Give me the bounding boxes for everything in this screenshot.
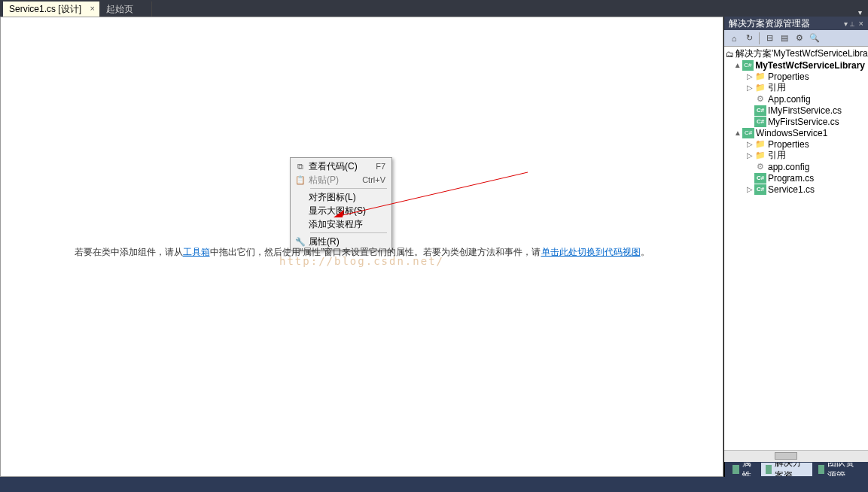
tree-label: 引用 bbox=[768, 81, 786, 94]
collapse-icon[interactable]: ⊟ bbox=[763, 32, 776, 45]
tree-row[interactable]: ▷📁Properties bbox=[724, 138, 868, 150]
cs-icon: C# bbox=[754, 117, 766, 127]
tab-label: 起始页 bbox=[106, 3, 133, 16]
panel-title-bar[interactable]: 解决方案资源管理器 ▾ ⟂ × bbox=[724, 17, 868, 30]
expander-icon[interactable]: ▷ bbox=[745, 140, 754, 148]
expander-icon[interactable]: ▷ bbox=[745, 185, 754, 193]
menu-label: 查看代码(C) bbox=[309, 160, 358, 173]
menu-view-code[interactable]: ⧉ 查看代码(C) F7 bbox=[292, 159, 390, 173]
folder-icon: 📁 bbox=[754, 83, 766, 93]
panel-tab-properties[interactable]: 属性 bbox=[728, 463, 760, 476]
tree-row[interactable]: ▲C#MyTestWcfServiceLibrary bbox=[724, 59, 868, 71]
properties-icon[interactable]: ⚙ bbox=[793, 32, 806, 45]
cs-icon: C# bbox=[754, 105, 766, 116]
solution-icon bbox=[766, 465, 772, 474]
menu-label: 添加安装程序 bbox=[309, 218, 363, 231]
watermark-text: http://blog.csdn.net/ bbox=[1, 255, 723, 267]
menu-paste: 📋 粘贴(P) Ctrl+V bbox=[292, 173, 390, 187]
tabs-overflow-button[interactable]: ▾ bbox=[852, 8, 868, 17]
config-icon: ⚙ bbox=[754, 162, 766, 172]
toolbar-separator bbox=[759, 32, 760, 44]
home-icon[interactable]: ⌂ bbox=[727, 32, 741, 45]
properties-icon: 🔧 bbox=[295, 236, 306, 247]
solution-tree[interactable]: 🗂 解决方案'MyTestWcfServiceLibrary' (2 个项 ▲C… bbox=[724, 47, 868, 450]
refresh-icon[interactable]: ↻ bbox=[742, 32, 756, 45]
expander-icon[interactable]: ▷ bbox=[745, 84, 754, 92]
cs-icon: C# bbox=[754, 184, 766, 195]
designer-surface[interactable]: ⧉ 查看代码(C) F7 📋 粘贴(P) Ctrl+V 对齐图标(L) 显示大图… bbox=[0, 17, 723, 477]
show-all-icon[interactable]: ▤ bbox=[778, 32, 791, 45]
properties-icon bbox=[732, 465, 739, 474]
tree-row[interactable]: ▷C#Service1.cs bbox=[724, 184, 868, 195]
scrollbar-thumb[interactable] bbox=[775, 452, 797, 460]
menu-align-icons[interactable]: 对齐图标(L) bbox=[292, 190, 390, 204]
cs-icon: C# bbox=[754, 173, 766, 184]
tab-start-page[interactable]: 起始页 bbox=[100, 2, 152, 17]
tree-label: WindowsService1 bbox=[756, 128, 827, 138]
expander-icon[interactable]: ▲ bbox=[733, 129, 742, 137]
tree-label: MyFirstService.cs bbox=[768, 117, 839, 127]
tab-label: Service1.cs [设计] bbox=[9, 3, 81, 16]
config-icon: ⚙ bbox=[754, 94, 766, 105]
paste-icon: 📋 bbox=[295, 175, 306, 185]
tree-row[interactable]: ⚙app.config bbox=[724, 161, 868, 172]
panel-tabs: 属性 解决方案资... 团队资源管... bbox=[724, 462, 868, 477]
context-menu: ⧉ 查看代码(C) F7 📋 粘贴(P) Ctrl+V 对齐图标(L) 显示大图… bbox=[290, 157, 392, 251]
tree-label: App.config bbox=[768, 94, 811, 105]
close-icon[interactable]: × bbox=[859, 19, 863, 28]
tree-row[interactable]: ▷📁引用 bbox=[724, 150, 868, 161]
tree-row[interactable]: C#MyFirstService.cs bbox=[724, 116, 868, 127]
tree-label: Program.cs bbox=[768, 173, 814, 184]
tree-row[interactable]: C#IMyFirstService.cs bbox=[724, 105, 868, 116]
expander-icon[interactable]: ▷ bbox=[745, 72, 754, 80]
tree-label: Properties bbox=[768, 71, 809, 82]
tree-row[interactable]: C#Program.cs bbox=[724, 172, 868, 184]
proj-cs-icon: C# bbox=[742, 60, 754, 71]
tree-row[interactable]: ▲C#WindowsService1 bbox=[724, 127, 868, 138]
menu-add-installer[interactable]: 添加安装程序 bbox=[292, 217, 390, 231]
tree-label: Service1.cs bbox=[768, 184, 815, 195]
solution-icon: 🗂 bbox=[726, 49, 734, 59]
panel-tab-solution-explorer[interactable]: 解决方案资... bbox=[761, 463, 812, 476]
tree-label: app.config bbox=[768, 162, 809, 172]
tree-label: 引用 bbox=[768, 149, 786, 162]
menu-separator bbox=[310, 188, 387, 189]
tab-service1-design[interactable]: Service1.cs [设计] × bbox=[3, 2, 100, 17]
bottom-bar bbox=[0, 477, 868, 492]
proj-cs-icon: C# bbox=[742, 128, 754, 138]
menu-shortcut: Ctrl+V bbox=[362, 175, 385, 184]
menu-label: 粘贴(P) bbox=[309, 174, 339, 187]
expander-icon[interactable]: ▲ bbox=[733, 61, 742, 69]
menu-big-icons[interactable]: 显示大图标(S) bbox=[292, 204, 390, 217]
tree-solution-root[interactable]: 🗂 解决方案'MyTestWcfServiceLibrary' (2 个项 bbox=[724, 48, 868, 59]
panel-title: 解决方案资源管理器 bbox=[729, 17, 810, 30]
tree-label: MyTestWcfServiceLibrary bbox=[755, 60, 865, 71]
view-icon[interactable]: 🔍 bbox=[808, 32, 821, 45]
folder-icon: 📁 bbox=[754, 139, 766, 150]
tree-label: 解决方案'MyTestWcfServiceLibrary' (2 个项 bbox=[736, 47, 868, 60]
panel-tab-team-explorer[interactable]: 团队资源管... bbox=[814, 463, 865, 476]
close-icon[interactable]: × bbox=[90, 4, 95, 13]
menu-label: 显示大图标(S) bbox=[309, 205, 366, 217]
solution-explorer-toolbar: ⌂ ↻ ⊟ ▤ ⚙ 🔍 bbox=[724, 30, 868, 47]
code-icon: ⧉ bbox=[295, 161, 306, 172]
pin-icon[interactable]: ▾ ⟂ bbox=[844, 20, 854, 28]
menu-label: 对齐图标(L) bbox=[309, 191, 356, 204]
document-tabs: Service1.cs [设计] × 起始页 ▾ bbox=[0, 0, 868, 17]
expander-icon[interactable]: ▷ bbox=[745, 151, 754, 159]
team-icon bbox=[818, 465, 824, 474]
tree-label: Properties bbox=[768, 139, 809, 150]
tree-row[interactable]: ▷📁引用 bbox=[724, 82, 868, 93]
menu-shortcut: F7 bbox=[376, 162, 385, 171]
tree-label: IMyFirstService.cs bbox=[768, 105, 842, 116]
tree-row[interactable]: ▷📁Properties bbox=[724, 71, 868, 82]
folder-icon: 📁 bbox=[754, 71, 766, 82]
menu-separator bbox=[310, 232, 387, 233]
folder-icon: 📁 bbox=[754, 150, 766, 161]
horizontal-scrollbar[interactable] bbox=[724, 450, 868, 462]
tree-row[interactable]: ⚙App.config bbox=[724, 93, 868, 105]
solution-explorer-panel: 解决方案资源管理器 ▾ ⟂ × ⌂ ↻ ⊟ ▤ ⚙ 🔍 🗂 解决方案'MyTes… bbox=[723, 17, 868, 477]
